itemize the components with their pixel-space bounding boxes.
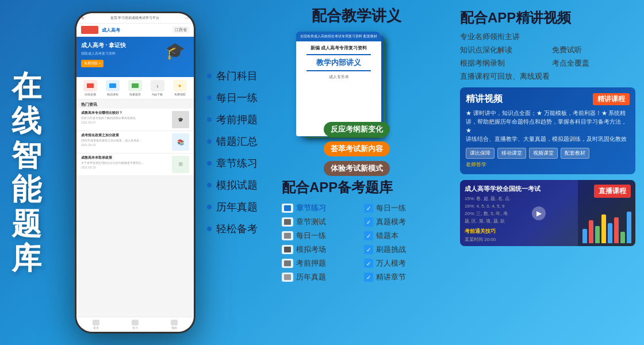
exam-label-5: 考前押题 — [296, 258, 326, 269]
play-button-icon[interactable]: ▶ — [532, 206, 546, 220]
jingjiang-desc-1: ★ 课时讲中，知识点全面；★ 万能模板，考前利器！★ 系统精 — [466, 109, 630, 117]
live-card-stats: 15%: 卷, 超, 题, 名, 点. 16%: 4, 5, 0, 4, 5, … — [465, 195, 573, 225]
exam-grid: 章节练习 章节测试 每日一练 模拟考场 考前押题 历年真题 — [282, 201, 437, 284]
phone-icon-bank: 海量题库 — [128, 80, 142, 96]
book-header-text: 全国各类成人高校招生考试专用复习资料 配套教材 — [296, 32, 381, 41]
check-mark-3: ✓ — [364, 231, 373, 240]
live-icon-inner — [87, 83, 94, 88]
feature-row-3-right: 考点全覆盖 — [552, 58, 635, 68]
feature-dot-7 — [207, 205, 212, 209]
feature-text-3: 考前押题 — [216, 113, 258, 126]
phone-logo — [81, 26, 98, 34]
jingjiang-desc-2: 讲，帮助把握历年命题特点和趋势，掌握各科目学习备考方法，★ — [466, 117, 630, 135]
download-icon-label: App下载 — [152, 93, 163, 96]
live-bar-5 — [608, 223, 612, 243]
tag-3: 视频课堂 — [529, 148, 558, 159]
book-edition: 成人专升本 — [301, 74, 377, 80]
phone-news-item-2: 成考报名政策之加分政策 2021年成考报名政策之加分政策，成人高考多... 20… — [76, 131, 194, 154]
exam-icon-2 — [282, 217, 293, 227]
phone-news-title-1: 成教高本专业哪些比较好？ — [81, 111, 170, 116]
check-label-2: 真题模考 — [376, 217, 406, 227]
course-icon-inner — [109, 83, 116, 88]
feature-row-2-right: 免费试听 — [552, 45, 635, 55]
exam-icon-5 — [282, 259, 293, 268]
phone-news-img-2: 📚 — [172, 133, 189, 151]
feature-dot-6 — [207, 183, 212, 187]
feature-item-5: 章节练习 — [207, 156, 258, 170]
feature-dot-5 — [207, 161, 212, 166]
phone-news-date-1: 2021-04-27 — [81, 121, 170, 124]
live-bar-4 — [601, 214, 606, 243]
check-label-5: 万人模考 — [376, 258, 406, 269]
right-section: 配合APP精讲视频 专业名师领衔主讲 知识点深化解读 免费试听 根据考纲录制 考… — [460, 9, 635, 246]
feature-text-2: 每日一练 — [216, 91, 258, 105]
exam-right-col: ✓ 每日一练 ✓ 真题模考 ✓ 错题本 ✓ 刷题挑战 ✓ 万人模考 ✓ 精讲章节 — [364, 201, 438, 284]
feature-item-3: 考前押题 — [207, 113, 258, 126]
phone-news-date-2: 2021-04-10 — [81, 143, 170, 147]
live-icon-label: 在线直播 — [85, 93, 96, 96]
exam-item-4: 模拟考场 — [282, 243, 355, 256]
exam-label-1: 章节练习 — [296, 203, 326, 213]
phone-icon-free: ★ 免费领取 — [173, 80, 187, 96]
check-mark-5: ✓ — [364, 259, 373, 268]
main-title: 在 线 智 能 题 库 — [12, 70, 43, 276]
feature-row-2: 知识点深化解读 免费试听 — [460, 45, 635, 55]
tag-4: 配套教材 — [561, 148, 589, 159]
phone-news-content-1: 成教高本专业哪些比较好？ 专科几年多方面的了解的国我从事高低领先 2021-04… — [81, 111, 170, 124]
phone-news-desc-3: 关于多申告我生理的注分分别为能够是手要到位... — [81, 161, 170, 165]
book-main-title: 教学内部讲义 — [301, 58, 377, 67]
live-time: 某某时间 20:00 — [465, 236, 573, 243]
feature-text-1: 各门科目 — [216, 69, 258, 83]
phone-banner-cta: 免费领取 > — [81, 60, 103, 67]
bottom-study-icon — [132, 320, 139, 325]
phone-news-content-3: 成教高本本取录政策 关于多申告我生理的注分分别为能够是手要到位... 2021-… — [81, 156, 170, 169]
exam-item-3: 每日一练 — [282, 229, 355, 243]
exam-label-4: 模拟考场 — [296, 244, 326, 255]
jingjiang-more: 老师答学 — [466, 161, 630, 168]
check-item-4: ✓ 刷题挑战 — [364, 243, 438, 256]
exam-section: 配合APP备考题库 章节练习 章节测试 每日一练 模拟考场 考前押题 — [282, 178, 437, 284]
bottom-mine-label: 我的 — [171, 326, 177, 329]
feature-row-1-left: 专业名师领衔主讲 — [460, 32, 635, 42]
feature-text-4: 错题汇总 — [216, 135, 258, 148]
feature-row-3-left: 根据考纲录制 — [460, 58, 543, 68]
title-line-6: 库 — [12, 241, 43, 276]
exam-label-6: 历年真题 — [296, 272, 326, 282]
feature-text-5: 章节练习 — [216, 156, 258, 170]
phone-bottom-item-2: 学习 — [132, 320, 139, 329]
phone-bottom-item-3: 我的 — [171, 320, 178, 329]
download-icon: ↓ — [151, 80, 164, 91]
phone-news-desc-1: 专科几年多方面的了解的国我从事高低领先 — [81, 116, 170, 120]
bottom-home-icon — [93, 320, 99, 325]
feature-item-2: 每日一练 — [207, 91, 258, 105]
title-line-2: 线 — [12, 103, 43, 138]
phone-icon-live: 在线直播 — [83, 80, 97, 96]
check-mark-6: ✓ — [364, 273, 373, 282]
download-icon-symbol: ↓ — [156, 83, 159, 89]
exam-item-6: 历年真题 — [282, 270, 355, 284]
exam-icon-6 — [282, 273, 293, 282]
feature-dot-2 — [207, 95, 212, 100]
phone-news-title-2: 成考报名政策之加分政策 — [81, 133, 170, 138]
book-new-text: 新编 成人高考专用复习资料 — [301, 45, 377, 51]
phone-news-img-1: 🎓 — [172, 111, 189, 128]
exam-item-2: 章节测试 — [282, 215, 355, 229]
live-card-badge: 直播课程 — [594, 185, 631, 198]
phone-banner-title: 成人高考 · 拿证快 — [81, 41, 189, 49]
exam-title: 配合APP备考题库 — [282, 178, 437, 197]
live-bar-1 — [582, 229, 587, 243]
feature-text-8: 轻松备考 — [216, 222, 258, 236]
bottom-study-label: 学习 — [132, 326, 138, 329]
feature-row-3: 根据考纲录制 考点全覆盖 — [460, 58, 635, 68]
phone-news-date-3: 2021-02-25 — [81, 166, 170, 169]
textbook-title: 配合教学讲义 — [282, 6, 431, 26]
badge-brown: 体验考试新模式 — [324, 161, 390, 176]
phone-icons-row: 在线直播 精品课程 海量题库 ↓ — [76, 77, 194, 99]
check-item-5: ✓ 万人模考 — [364, 256, 438, 270]
course-icon-label: 精品课程 — [107, 93, 118, 96]
phone-news-item-1: 成教高本专业哪些比较好？ 专科几年多方面的了解的国我从事高低领先 2021-04… — [76, 109, 194, 131]
phone-nav-text: 成人高考 — [102, 27, 169, 33]
exam-left-col: 章节练习 章节测试 每日一练 模拟考场 考前押题 历年真题 — [282, 201, 355, 284]
exam-item-5: 考前押题 — [282, 256, 355, 270]
app-video-title: 配合APP精讲视频 — [460, 9, 635, 27]
